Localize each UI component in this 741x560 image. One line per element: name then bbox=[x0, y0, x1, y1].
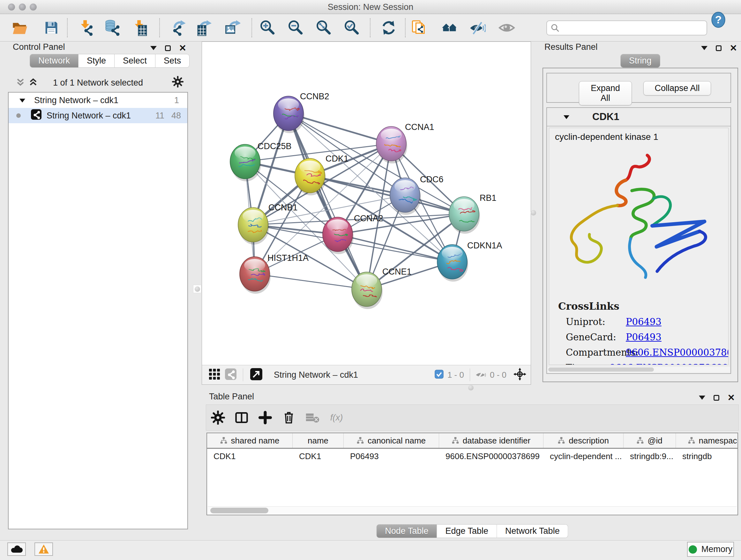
export-table-button[interactable] bbox=[194, 19, 212, 37]
export-image-button[interactable] bbox=[223, 19, 241, 37]
table-cell[interactable]: stringdb:9... bbox=[623, 449, 676, 464]
node-gloss bbox=[234, 146, 256, 159]
tab-network-table[interactable]: Network Table bbox=[497, 524, 568, 538]
column-header--id[interactable]: @id bbox=[623, 433, 676, 448]
help-button[interactable]: ? bbox=[710, 11, 727, 28]
save-button[interactable] bbox=[43, 19, 60, 37]
memory-button[interactable]: Memory bbox=[687, 542, 734, 557]
crosslink-link[interactable]: P06493 bbox=[626, 316, 662, 327]
crosslink-link[interactable]: 9606.ENSP00000378699 bbox=[626, 347, 729, 358]
table-row[interactable]: CDK1CDK1P064939606.ENSP00000378699cyclin… bbox=[207, 449, 738, 464]
column-header-canonical-name[interactable]: canonical name bbox=[344, 433, 439, 448]
open-in-window-icon[interactable] bbox=[250, 368, 262, 381]
scrollbar-thumb[interactable] bbox=[210, 508, 268, 513]
float-panel-icon[interactable] bbox=[716, 45, 722, 51]
hidden-eye-icon[interactable] bbox=[475, 369, 486, 381]
results-buttons-box: Expand All Collapse All bbox=[546, 73, 731, 103]
delete-column-button[interactable] bbox=[277, 411, 300, 425]
add-column-button[interactable] bbox=[253, 411, 277, 425]
right-splitter-handle[interactable] bbox=[529, 208, 537, 217]
selected-checkbox-icon[interactable] bbox=[434, 370, 444, 380]
crosslink-link[interactable]: 9606.ENSP00000378699 bbox=[610, 362, 728, 365]
tab-node-table[interactable]: Node Table bbox=[376, 524, 437, 538]
duplicate-network-button[interactable] bbox=[410, 19, 428, 37]
refresh-button[interactable] bbox=[380, 19, 398, 37]
search-input[interactable] bbox=[563, 23, 703, 33]
table-cell[interactable]: CDK1 bbox=[207, 449, 293, 464]
zoom-out-button[interactable] bbox=[286, 19, 305, 37]
toolbar-separator bbox=[370, 18, 370, 37]
table-cell[interactable]: cyclin-dependent ... bbox=[543, 449, 623, 464]
disclosure-triangle-icon[interactable] bbox=[563, 115, 569, 122]
disclosure-triangle-icon[interactable] bbox=[19, 99, 25, 105]
node-gloss bbox=[454, 199, 475, 212]
tab-string[interactable]: String bbox=[620, 54, 660, 68]
export-image-icon bbox=[224, 19, 240, 36]
gear-button[interactable] bbox=[206, 411, 230, 425]
cloud-status-button[interactable] bbox=[7, 543, 26, 556]
network-canvas[interactable]: CCNB2CCNA1CDC25BCDK1CDC6RB1CCNB1CCNA2CDK… bbox=[202, 42, 531, 365]
left-splitter-handle[interactable] bbox=[193, 285, 201, 293]
column-header-shared-name[interactable]: shared name bbox=[207, 433, 293, 448]
network-collection-row[interactable]: String Network – cdk1 1 bbox=[9, 92, 187, 108]
svg-text:f(x): f(x) bbox=[330, 413, 343, 422]
houses-button[interactable] bbox=[441, 19, 459, 37]
column-header-label: name bbox=[308, 436, 328, 446]
collapse-panel-icon[interactable] bbox=[699, 395, 705, 403]
float-panel-icon[interactable] bbox=[165, 45, 171, 51]
table-cell[interactable]: 9606.ENSP00000378699 bbox=[439, 449, 543, 464]
zoom-window-button[interactable] bbox=[30, 3, 37, 10]
network-edge-hist1h1a-ccne1[interactable] bbox=[255, 274, 367, 289]
results-horizontal-scrollbar[interactable] bbox=[548, 367, 730, 373]
import-table-button[interactable] bbox=[131, 19, 149, 37]
column-header-description[interactable]: description bbox=[543, 433, 623, 448]
table-cell[interactable]: P06493 bbox=[344, 449, 439, 464]
tab-select[interactable]: Select bbox=[115, 54, 155, 68]
network-row[interactable]: String Network – cdk1 11 48 bbox=[9, 108, 187, 123]
tab-sets[interactable]: Sets bbox=[155, 54, 190, 68]
zoom-in-button[interactable] bbox=[259, 19, 276, 37]
tab-network[interactable]: Network bbox=[30, 54, 78, 68]
show-columns-button[interactable] bbox=[230, 411, 253, 425]
close-panel-icon[interactable]: ✕ bbox=[728, 393, 735, 402]
import-network-database-button[interactable] bbox=[104, 19, 122, 37]
table-panel-tabs: Node TableEdge TableNetwork Table bbox=[376, 524, 568, 538]
collapse-all-button[interactable]: Collapse All bbox=[643, 81, 711, 96]
fit-selection-crosshair-icon[interactable] bbox=[514, 368, 526, 382]
tab-edge-table[interactable]: Edge Table bbox=[437, 524, 497, 538]
zoom-fit-button[interactable] bbox=[315, 19, 333, 37]
crosslink-link[interactable]: P06493 bbox=[626, 332, 662, 343]
minimize-window-button[interactable] bbox=[19, 3, 26, 10]
network-selected-status: 1 of 1 Network selected bbox=[8, 78, 188, 88]
grid-view-icon[interactable] bbox=[209, 369, 220, 381]
zoom-selected-button[interactable] bbox=[343, 19, 360, 37]
search-box[interactable] bbox=[546, 20, 707, 36]
crosslinks-title: CrossLinks bbox=[558, 300, 728, 312]
close-panel-icon[interactable]: ✕ bbox=[179, 44, 186, 53]
collapse-panel-icon[interactable] bbox=[150, 46, 157, 53]
column-header-namespac[interactable]: namespac bbox=[676, 433, 738, 448]
warning-status-button[interactable] bbox=[35, 543, 53, 556]
import-network-button[interactable] bbox=[77, 19, 95, 37]
column-header-database-identifier[interactable]: database identifier bbox=[439, 433, 543, 448]
network-edge-ccna2-cdkn1a[interactable] bbox=[338, 234, 452, 262]
export-network-button[interactable] bbox=[169, 19, 187, 37]
collapse-panel-icon[interactable] bbox=[701, 46, 708, 53]
hide-eye-button[interactable] bbox=[468, 19, 486, 37]
expand-all-button[interactable]: Expand All bbox=[579, 81, 632, 105]
node-label-hist1h1a: HIST1H1A bbox=[267, 253, 309, 263]
gear-icon[interactable] bbox=[172, 76, 184, 89]
table-cell[interactable]: CDK1 bbox=[293, 449, 344, 464]
horizontal-splitter-handle[interactable] bbox=[467, 383, 475, 392]
network-edge-ccnb2-ccne1[interactable] bbox=[288, 113, 367, 289]
table-horizontal-scrollbar[interactable] bbox=[208, 506, 737, 514]
close-window-button[interactable] bbox=[8, 3, 15, 10]
column-header-name[interactable]: name bbox=[293, 433, 344, 448]
close-panel-icon[interactable]: ✕ bbox=[730, 44, 737, 53]
table-cell[interactable]: stringdb bbox=[676, 449, 738, 464]
result-card-header[interactable]: CDK1 bbox=[547, 108, 731, 126]
tab-style[interactable]: Style bbox=[78, 54, 115, 68]
float-panel-icon[interactable] bbox=[714, 395, 719, 401]
open-folder-button[interactable] bbox=[10, 19, 28, 37]
control-panel-tabs: NetworkStyleSelectSets bbox=[30, 54, 190, 68]
